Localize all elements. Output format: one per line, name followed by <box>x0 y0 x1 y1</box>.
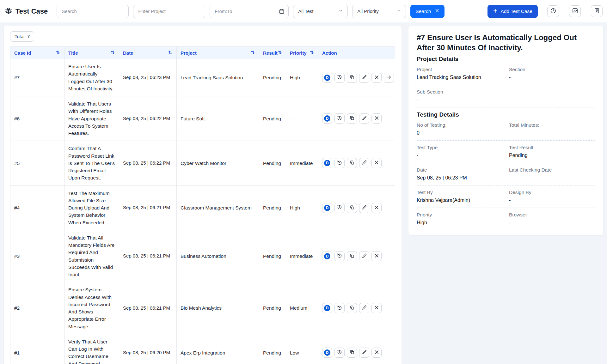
details-button[interactable]: D <box>322 303 332 313</box>
detail-row: Sub Section - <box>417 85 595 107</box>
sort-icon[interactable] <box>56 50 60 56</box>
table-row[interactable]: #6 Validate That Users With Different Ro… <box>10 96 395 141</box>
table-row[interactable]: #1 Verify That A User Can Log In With Co… <box>10 334 395 364</box>
edit-pencil-icon <box>362 253 367 259</box>
edit-button[interactable] <box>359 203 369 213</box>
column-header-case-id[interactable]: Case Id <box>10 47 64 59</box>
copy-button[interactable] <box>347 73 357 83</box>
test-filter-select[interactable]: All Test <box>293 5 348 18</box>
copy-icon <box>349 160 355 166</box>
field-total-minutes: Total Minutes: <box>509 122 595 136</box>
action-cell: D <box>318 186 395 230</box>
document-icon <box>594 8 600 15</box>
project-cell: Apex Erp Integration <box>177 334 259 364</box>
table-header-row: Case Id Title Date Project Result <box>10 47 395 59</box>
action-cell: D <box>318 334 395 364</box>
details-button[interactable]: D <box>322 348 332 358</box>
history-button[interactable] <box>334 303 345 313</box>
history-button[interactable] <box>334 203 345 213</box>
sort-icon[interactable] <box>168 50 173 56</box>
detail-circle-icon: D <box>324 253 330 259</box>
details-button[interactable]: D <box>322 158 332 168</box>
history-button[interactable] <box>334 158 345 168</box>
column-header-priority[interactable]: Priority <box>286 47 318 59</box>
action-cell: D <box>318 282 395 334</box>
project-cell: Classroom Management System <box>177 186 259 230</box>
edit-pencil-icon <box>362 75 367 81</box>
analytics-button[interactable] <box>569 5 581 17</box>
details-button[interactable]: D <box>322 73 332 83</box>
delete-button[interactable] <box>371 303 382 313</box>
close-icon <box>374 160 379 166</box>
details-button[interactable]: D <box>322 251 332 261</box>
details-button[interactable]: D <box>322 203 332 213</box>
date-cell: Sep 08, 25 | 06:23 PM <box>119 59 177 96</box>
copy-button[interactable] <box>347 251 357 261</box>
plus-icon <box>493 8 498 15</box>
history-button[interactable] <box>334 73 345 83</box>
field-priority: Priority High <box>417 212 503 226</box>
clear-search-icon[interactable] <box>435 8 439 14</box>
column-header-project[interactable]: Project <box>177 47 259 59</box>
project-input[interactable] <box>133 5 205 18</box>
sort-icon[interactable] <box>110 50 115 56</box>
report-button[interactable] <box>591 5 603 17</box>
history-time-button[interactable] <box>547 5 559 17</box>
copy-icon <box>349 115 355 122</box>
open-run-button[interactable] <box>384 73 394 83</box>
search-button[interactable]: Search <box>410 5 445 18</box>
copy-button[interactable] <box>347 158 357 168</box>
detail-circle-icon: D <box>324 205 330 211</box>
add-test-case-button[interactable]: Add Test Case <box>487 5 538 18</box>
copy-button[interactable] <box>347 303 357 313</box>
copy-button[interactable] <box>347 113 357 124</box>
date-range-input[interactable] <box>210 5 289 18</box>
project-cell: Lead Tracking Saas Solution <box>177 59 259 96</box>
title-cell: Test The Maximum Allowed File Size Durin… <box>64 186 119 230</box>
table-body: #7 Ensure User Is Automatically Logged O… <box>10 59 395 364</box>
project-cell: Future Soft <box>177 96 259 141</box>
column-header-date[interactable]: Date <box>119 47 177 59</box>
title-cell: Validate That All Mandatory Fields Are R… <box>64 230 119 282</box>
table-row[interactable]: #2 Ensure System Denies Access With Inco… <box>10 282 395 334</box>
column-header-title[interactable]: Title <box>64 47 119 59</box>
edit-button[interactable] <box>359 251 369 261</box>
table-row[interactable]: #7 Ensure User Is Automatically Logged O… <box>10 59 395 96</box>
table-row[interactable]: #5 Confirm That A Password Reset Link Is… <box>10 141 395 185</box>
calendar-icon[interactable] <box>279 9 285 15</box>
delete-button[interactable] <box>371 203 382 213</box>
delete-button[interactable] <box>371 158 382 168</box>
copy-button[interactable] <box>347 203 357 213</box>
history-button[interactable] <box>334 113 345 124</box>
copy-icon <box>349 75 355 81</box>
delete-button[interactable] <box>371 348 382 358</box>
close-icon <box>374 349 379 356</box>
result-cell: Pending <box>259 334 286 364</box>
search-input[interactable] <box>57 5 129 18</box>
delete-button[interactable] <box>371 113 382 124</box>
delete-button[interactable] <box>371 251 382 261</box>
table-row[interactable]: #4 Test The Maximum Allowed File Size Du… <box>10 186 395 230</box>
column-header-result[interactable]: Result <box>259 47 286 59</box>
edit-button[interactable] <box>359 303 369 313</box>
history-icon <box>337 74 342 81</box>
sort-icon[interactable] <box>310 50 314 56</box>
history-button[interactable] <box>334 348 345 358</box>
edit-button[interactable] <box>359 113 369 124</box>
edit-button[interactable] <box>359 348 369 358</box>
sort-icon[interactable] <box>278 50 282 56</box>
history-button[interactable] <box>334 251 345 261</box>
edit-button[interactable] <box>359 158 369 168</box>
testing-details-heading: Testing Details <box>417 111 595 118</box>
detail-title: #7 Ensure User Is Automatically Logged O… <box>417 33 595 52</box>
test-filter-value: All Test <box>298 9 313 14</box>
copy-icon <box>349 253 355 259</box>
copy-button[interactable] <box>347 348 357 358</box>
sort-icon[interactable] <box>250 50 255 56</box>
details-button[interactable]: D <box>322 113 332 124</box>
detail-row: Test By Krishna Vejpara(Admin) Design By… <box>417 185 595 208</box>
table-row[interactable]: #3 Validate That All Mandatory Fields Ar… <box>10 230 395 282</box>
priority-filter-select[interactable]: All Priority <box>352 5 406 18</box>
delete-button[interactable] <box>371 73 382 83</box>
edit-button[interactable] <box>359 73 369 83</box>
